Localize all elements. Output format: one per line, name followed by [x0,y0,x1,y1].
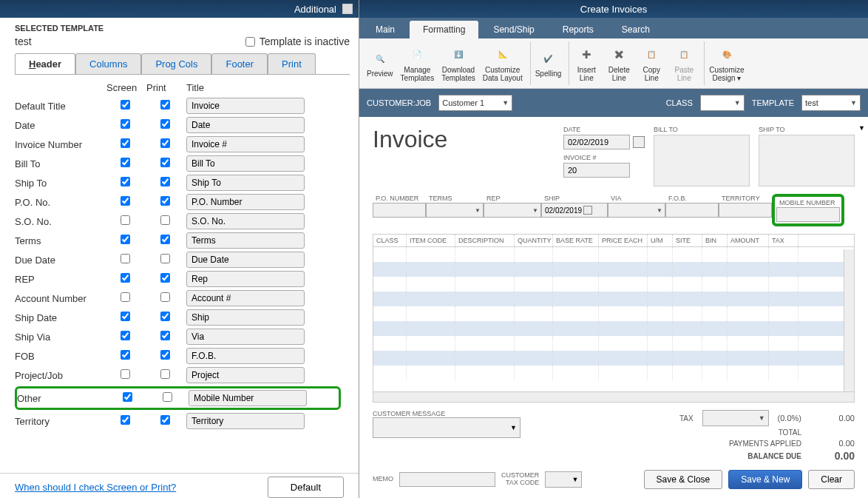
screen-checkbox[interactable] [121,369,130,379]
line-item-row[interactable] [373,366,854,380]
tab-search[interactable]: Search [608,21,663,38]
screen-checkbox[interactable] [121,119,130,129]
line-item-row[interactable] [373,351,854,366]
title-input[interactable] [186,194,305,210]
title-input[interactable] [186,290,305,306]
title-input[interactable] [186,213,305,229]
customer-job-select[interactable]: Customer 1▼ [438,95,512,111]
save-new-button[interactable]: Save & New [728,470,802,489]
screen-checkbox[interactable] [121,196,130,206]
clear-button[interactable]: Clear [808,470,855,489]
print-checkbox[interactable] [160,158,170,167]
print-checkbox[interactable] [160,100,170,110]
copy-line-button[interactable]: 📋Copy Line [636,44,667,84]
maximize-icon[interactable] [342,4,353,14]
title-input[interactable] [186,155,305,172]
column-header[interactable]: PRICE EACH [599,235,648,246]
line-items-table[interactable]: CLASSITEM CODEDESCRIPTIONQUANTITYBASE RA… [373,234,855,403]
print-checkbox[interactable] [160,331,170,340]
title-input[interactable] [186,367,305,383]
terms-select[interactable]: ▼ [426,203,484,218]
memo-input[interactable] [399,472,495,487]
title-input[interactable] [186,175,305,191]
column-header[interactable]: SITE [673,235,702,246]
tab-send-ship[interactable]: Send/Ship [480,21,547,38]
line-item-row[interactable] [373,321,854,336]
line-item-row[interactable] [373,336,854,351]
print-checkbox[interactable] [160,138,170,148]
screen-checkbox[interactable] [121,312,130,321]
print-checkbox[interactable] [160,235,170,244]
ship-to-box[interactable] [759,135,855,186]
title-input[interactable] [189,390,307,406]
column-header[interactable]: AMOUNT [728,235,769,246]
date-input[interactable] [563,135,630,149]
print-checkbox[interactable] [160,254,170,263]
chevron-down-icon[interactable]: ▼ [858,124,865,132]
class-select[interactable]: ▼ [700,95,745,111]
calendar-icon[interactable] [633,136,645,148]
tab-prog-cols[interactable]: Prog Cols [141,53,211,74]
print-checkbox[interactable] [160,369,170,379]
preview-button[interactable]: 🔍Preview [364,47,396,79]
via-select[interactable]: ▼ [608,203,665,218]
tab-formatting[interactable]: Formatting [410,21,478,38]
download-templates-button[interactable]: ⬇️Download Templates [438,44,478,84]
default-button[interactable]: Default [268,477,344,498]
save-close-button[interactable]: Save & Close [644,470,723,489]
column-header[interactable]: BIN [702,235,728,246]
ship-date-input[interactable]: 02/02/2019 [541,203,608,218]
customer-tax-code-select[interactable]: ▼ [545,471,582,488]
column-header[interactable]: CLASS [373,235,407,246]
print-checkbox[interactable] [160,196,170,206]
rep-select[interactable]: ▼ [484,203,541,218]
title-input[interactable] [186,98,305,114]
print-checkbox[interactable] [160,273,170,283]
fob-input[interactable] [665,203,719,218]
territory-input[interactable] [719,203,772,218]
horizontal-scrollbar[interactable] [373,391,854,402]
line-item-row[interactable] [373,262,854,277]
po-number-input[interactable] [373,203,426,218]
screen-checkbox[interactable] [121,254,130,263]
screen-checkbox[interactable] [121,415,130,425]
screen-checkbox[interactable] [121,215,130,225]
screen-checkbox[interactable] [121,158,130,167]
title-input[interactable] [186,117,305,133]
invoice-number-input[interactable] [563,163,630,178]
title-input[interactable] [186,309,305,326]
screen-checkbox[interactable] [123,392,132,402]
tab-reports[interactable]: Reports [549,21,607,38]
title-input[interactable] [186,413,305,429]
column-header[interactable]: DESCRIPTION [455,235,515,246]
print-checkbox[interactable] [163,392,172,402]
title-input[interactable] [186,232,305,249]
tab-main[interactable]: Main [362,21,408,38]
screen-checkbox[interactable] [121,331,130,340]
title-input[interactable] [186,329,305,345]
insert-line-button[interactable]: ➕Insert Line [571,44,602,84]
tab-header[interactable]: Header [15,53,75,74]
screen-checkbox[interactable] [121,350,130,360]
customer-message-select[interactable]: ▼ [373,417,521,438]
vertical-scrollbar[interactable] [844,249,854,391]
customize-data-layout-button[interactable]: 📐Customize Data Layout [480,44,526,84]
bill-to-box[interactable] [654,135,750,186]
spelling-button[interactable]: ✔️Spelling [532,47,565,79]
column-header[interactable]: TAX [769,235,799,246]
column-header[interactable]: BASE RATE [553,235,599,246]
calendar-icon[interactable] [583,206,592,215]
column-header[interactable]: QUANTITY [515,235,553,246]
line-item-row[interactable] [373,292,854,306]
screen-checkbox[interactable] [121,177,130,186]
delete-line-button[interactable]: ✖️Delete Line [603,44,634,84]
line-item-row[interactable] [373,277,854,292]
title-input[interactable] [186,271,305,287]
print-checkbox[interactable] [160,292,170,302]
screen-checkbox[interactable] [121,100,130,110]
print-checkbox[interactable] [160,177,170,186]
screen-checkbox[interactable] [121,292,130,302]
screen-print-help-link[interactable]: When should I check Screen or Print? [15,477,176,497]
template-inactive-checkbox[interactable]: Template is inactive [245,36,350,47]
column-header[interactable]: ITEM CODE [407,235,455,246]
